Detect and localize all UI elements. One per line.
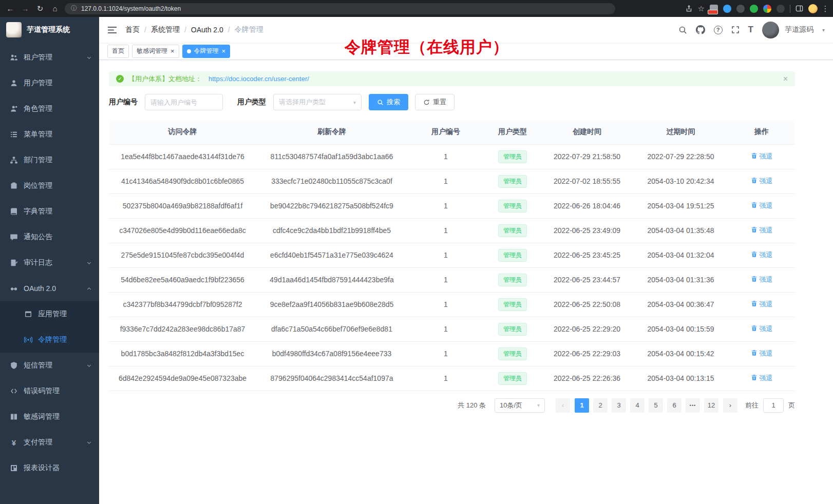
share-icon[interactable] — [685, 5, 693, 12]
refresh-token-cell: b0df4980ffd34c67a08f9156e4eee733 — [256, 341, 407, 366]
tab-item[interactable]: 首页 — [107, 45, 129, 58]
address-bar[interactable]: ⓘ 127.0.0.1:1024/system/oauth2/token — [65, 3, 615, 14]
dict-icon — [10, 207, 18, 216]
force-logout-button[interactable]: 强退 — [751, 226, 773, 235]
more-pages-button[interactable]: ••• — [686, 398, 700, 413]
chevron-down-icon[interactable]: ▾ — [822, 27, 825, 33]
user-id-cell: 1 — [407, 317, 484, 341]
chevron-down-icon — [86, 55, 92, 61]
back-icon[interactable]: ← — [5, 4, 15, 14]
page-button[interactable]: 5 — [649, 398, 663, 413]
alert-close-icon[interactable]: × — [783, 74, 788, 84]
info-alert: ✓ 【用户体系】文档地址： https://doc.iocoder.cn/use… — [109, 71, 795, 86]
forward-icon[interactable]: → — [20, 4, 30, 14]
page-button[interactable]: 3 — [612, 398, 626, 413]
search-icon[interactable] — [678, 26, 687, 34]
sidebar-item[interactable]: 错误码管理 — [0, 378, 99, 404]
created-time-cell: 2022-06-25 22:50:08 — [541, 292, 633, 317]
page-button[interactable]: 1 — [575, 398, 589, 413]
tab-close-icon[interactable]: × — [171, 48, 175, 54]
browser-menu-icon[interactable]: ⋮ — [823, 4, 828, 13]
page-size-select[interactable]: 10条/页 ▾ — [495, 398, 545, 413]
github-icon[interactable] — [696, 25, 705, 34]
prev-page-button[interactable]: ‹ — [556, 398, 570, 413]
page-button[interactable]: 6 — [667, 398, 681, 413]
search-button[interactable]: 搜索 — [369, 94, 408, 110]
user-type-select[interactable]: 请选择用户类型 ▾ — [273, 94, 362, 110]
extension-icon-3[interactable] — [736, 5, 745, 13]
extension-icon-2[interactable] — [723, 5, 731, 13]
sidebar-item[interactable]: 报表设计器 — [0, 455, 99, 481]
page-button[interactable]: 4 — [630, 398, 645, 413]
side-panel-icon[interactable] — [796, 5, 803, 12]
hamburger-menu-icon[interactable] — [107, 25, 117, 35]
table-row: 54d6be82ee5a460a9aedc1f9bf22365649d1aa46… — [109, 267, 795, 292]
sidebar-item[interactable]: 岗位管理 — [0, 173, 99, 199]
reload-icon[interactable]: ↻ — [35, 4, 45, 14]
page-goto-input[interactable] — [763, 398, 784, 413]
token-table: 访问令牌刷新令牌用户编号用户类型创建时间过期时间操作 1ea5e44f8bc14… — [109, 120, 795, 391]
sidebar-item[interactable]: 角色管理 — [0, 96, 99, 122]
bookmark-star-icon[interactable]: ☆ — [698, 4, 705, 13]
sidebar-item[interactable]: 租户管理 — [0, 45, 99, 70]
extension-icon-5[interactable] — [777, 5, 785, 13]
force-logout-button[interactable]: 强退 — [751, 324, 773, 334]
extensions-puzzle-icon[interactable] — [763, 5, 771, 13]
breadcrumb-item[interactable]: OAuth 2.0 — [191, 26, 223, 34]
page-button[interactable]: 12 — [704, 398, 718, 413]
sidebar-item[interactable]: 字典管理 — [0, 199, 99, 224]
extension-icon-1[interactable] — [710, 5, 718, 13]
refresh-token-cell: 9ce8ef2aa9f14056b831ae9b608e28d5 — [256, 292, 407, 317]
delete-icon — [751, 374, 758, 382]
doc-link[interactable]: https://doc.iocoder.cn/user-center/ — [209, 75, 309, 83]
help-icon[interactable]: ? — [714, 26, 723, 34]
sidebar-subitem[interactable]: 应用管理 — [0, 301, 99, 327]
force-logout-button[interactable]: 强退 — [751, 250, 773, 260]
user-id-cell: 1 — [407, 267, 484, 292]
next-page-button[interactable]: › — [723, 398, 737, 413]
user-id-input[interactable] — [145, 94, 223, 110]
app-logo[interactable]: 芋道管理系统 — [0, 17, 99, 43]
created-time-cell: 2022-06-25 23:49:09 — [541, 218, 633, 243]
force-logout-button[interactable]: 强退 — [751, 152, 773, 161]
page-button[interactable]: 2 — [593, 398, 608, 413]
sidebar-item[interactable]: ¥支付管理 — [0, 430, 99, 455]
sidebar-subitem[interactable]: 令牌管理 — [0, 327, 99, 353]
breadcrumb-item[interactable]: 首页 — [125, 25, 140, 34]
sidebar-item[interactable]: 审计日志 — [0, 250, 99, 276]
header-actions: ?T 芋道源码 ▾ — [678, 22, 825, 38]
user-avatar[interactable] — [762, 22, 779, 38]
force-logout-button[interactable]: 强退 — [751, 177, 773, 186]
access-token-cell: 41c41346a548490f9dc8b01c6bfe0865 — [109, 169, 256, 193]
fullscreen-icon[interactable] — [731, 26, 740, 34]
font-size-icon[interactable]: T — [748, 25, 753, 35]
sidebar-item[interactable]: OAuth 2.0 — [0, 276, 99, 301]
delete-icon — [751, 300, 758, 308]
force-logout-button[interactable]: 强退 — [751, 275, 773, 284]
home-icon[interactable]: ⌂ — [50, 4, 60, 14]
tab-item[interactable]: 敏感词管理× — [132, 45, 179, 58]
extension-icon-4[interactable] — [750, 5, 758, 13]
tab-item[interactable]: 令牌管理× — [182, 45, 231, 58]
site-info-icon[interactable]: ⓘ — [71, 4, 77, 13]
sidebar-item[interactable]: 用户管理 — [0, 70, 99, 96]
filter-bar: 用户编号 用户类型 请选择用户类型 ▾ 搜索 重置 — [109, 94, 795, 110]
created-time-cell: 2022-06-25 22:29:20 — [541, 317, 633, 341]
sidebar-item[interactable]: 部门管理 — [0, 147, 99, 173]
breadcrumb-item[interactable]: 系统管理 — [151, 25, 180, 34]
sidebar-item[interactable]: 敏感词管理 — [0, 404, 99, 430]
sidebar-item[interactable]: 菜单管理 — [0, 122, 99, 147]
force-logout-button[interactable]: 强退 — [751, 300, 773, 309]
reset-button[interactable]: 重置 — [415, 94, 455, 110]
goto-unit: 页 — [788, 401, 795, 410]
sidebar-item[interactable]: 通知公告 — [0, 224, 99, 250]
success-check-icon: ✓ — [116, 75, 124, 83]
tab-close-icon[interactable]: × — [222, 48, 226, 54]
force-logout-button[interactable]: 强退 — [751, 374, 773, 383]
profile-avatar-icon[interactable] — [808, 4, 818, 13]
force-logout-button[interactable]: 强退 — [751, 349, 773, 358]
force-logout-button[interactable]: 强退 — [751, 201, 773, 210]
sidebar-item[interactable]: 短信管理 — [0, 353, 99, 378]
user-type-badge: 管理员 — [498, 274, 527, 286]
divider — [790, 5, 790, 13]
